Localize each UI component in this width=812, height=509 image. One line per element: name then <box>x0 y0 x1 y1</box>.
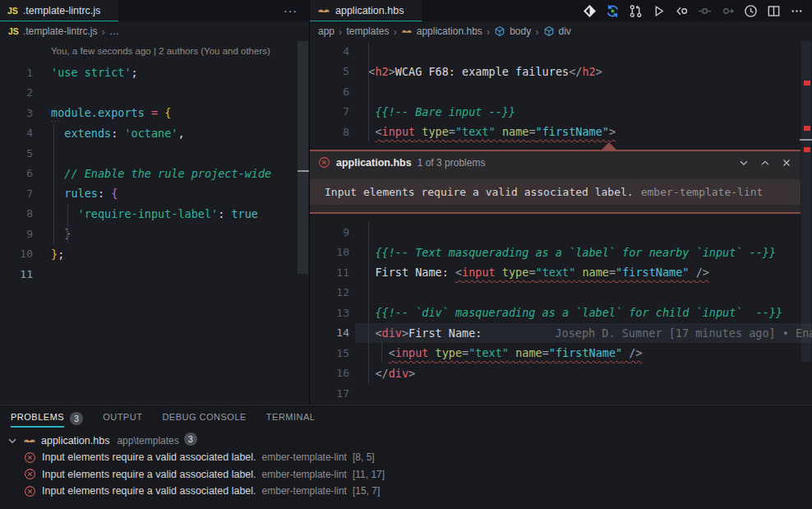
tabbar-left: JS .template-lintrc.js ··· <box>0 0 309 21</box>
problem-row[interactable]: Input elements require a valid associate… <box>0 483 812 500</box>
code-line-16[interactable]: 16 </div> <box>310 363 812 384</box>
line-number[interactable]: 1 <box>0 67 33 79</box>
breadcrumb-body[interactable]: body <box>510 25 531 37</box>
peek-problem-row[interactable]: Input elements require a valid associate… <box>310 179 800 205</box>
overview-cursor-line <box>298 170 309 172</box>
code-line-6[interactable]: 6 <box>310 81 812 102</box>
line-number[interactable]: 11 <box>0 268 33 280</box>
code-line-9[interactable]: 9 <box>310 222 812 243</box>
line-number[interactable]: 4 <box>310 45 349 58</box>
code-line-1[interactable]: 1'use strict'; <box>0 62 309 83</box>
handlebars-icon <box>23 434 36 447</box>
line-number[interactable]: 12 <box>310 286 349 298</box>
breadcrumb-file[interactable]: .template-lintrc.js <box>23 25 98 37</box>
problem-position: [11, 17] <box>353 469 385 480</box>
sync-icon[interactable] <box>606 4 620 18</box>
more-actions-icon[interactable] <box>790 4 804 18</box>
symbol-cube-icon <box>494 25 505 37</box>
code-line-4[interactable]: 4 <box>310 41 812 62</box>
line-number[interactable]: 10 <box>310 246 349 258</box>
code-line-14[interactable]: 14 <div>First Name:Joseph D. Sumner [17 … <box>310 323 812 344</box>
next-change-icon[interactable] <box>721 4 735 18</box>
line-number[interactable]: 9 <box>0 228 33 240</box>
line-number[interactable]: 16 <box>310 367 349 379</box>
problem-row[interactable]: Input elements require a valid associate… <box>0 449 812 466</box>
code-line-9[interactable]: 9 } <box>0 224 309 244</box>
line-number[interactable]: 9 <box>310 226 349 238</box>
tab-output[interactable]: OUTPUT <box>103 412 142 428</box>
problem-row[interactable]: Input elements require a valid associate… <box>0 466 812 484</box>
breadcrumb-file[interactable]: application.hbs <box>417 25 482 37</box>
code-line-7[interactable]: 7 {{!-- Bare input --}} <box>310 102 812 123</box>
line-number[interactable]: 17 <box>310 387 349 400</box>
code-line-17[interactable]: 17 <box>310 383 812 404</box>
code-line-5[interactable]: 5 <box>0 143 309 164</box>
open-changes-icon[interactable] <box>675 4 689 18</box>
breadcrumb-div[interactable]: div <box>559 25 571 37</box>
file-problems-badge: 3 <box>184 433 197 446</box>
code-line-10[interactable]: 10}; <box>0 244 309 265</box>
line-number[interactable]: 7 <box>310 105 349 118</box>
code-line-7[interactable]: 7 rules: { <box>0 183 309 204</box>
code-line-11[interactable]: 11 First Name: <input type="text" name="… <box>310 262 812 283</box>
code-line-15[interactable]: 15 <input type="text" name="firstName" /… <box>310 343 812 363</box>
line-number[interactable]: 11 <box>310 266 349 279</box>
code-line-4[interactable]: 4 extends: 'octane', <box>0 123 309 144</box>
problems-file-group[interactable]: application.hbs app\templates 3 <box>0 432 812 449</box>
code-line-12[interactable]: 12 <box>310 283 812 303</box>
line-number[interactable]: 7 <box>0 187 33 200</box>
line-number[interactable]: 8 <box>310 126 349 138</box>
code-line-6[interactable]: 6 // Enable the rule project-wide <box>0 164 309 184</box>
line-number[interactable]: 13 <box>310 307 349 319</box>
tab-template-lintrc[interactable]: JS .template-lintrc.js <box>0 0 118 21</box>
line-number[interactable]: 6 <box>0 167 33 179</box>
code-line-3[interactable]: 3module.exports = { <box>0 103 309 123</box>
line-number[interactable]: 14 <box>310 326 349 339</box>
line-number[interactable]: 5 <box>310 65 349 77</box>
run-icon[interactable] <box>652 4 666 18</box>
line-number[interactable]: 5 <box>0 147 33 160</box>
code-block-left: 1'use strict';23module.exports = {4 exte… <box>0 62 309 285</box>
breadcrumb-templates[interactable]: templates <box>346 25 389 37</box>
code-line-10[interactable]: 10 {{!-- Text masquerading as a `label` … <box>310 243 812 263</box>
line-number[interactable]: 2 <box>0 86 33 99</box>
previous-change-icon[interactable] <box>698 4 712 18</box>
tab-label: .template-lintrc.js <box>23 5 100 16</box>
editor-right[interactable]: 45 <h2>WCAG F68: example failures</h2>67… <box>310 41 812 405</box>
code-line-8[interactable]: 8 <input type="text" name="firstName"> <box>310 122 812 142</box>
close-icon[interactable] <box>781 157 792 169</box>
breadcrumb-app[interactable]: app <box>318 25 334 37</box>
chevron-up-icon[interactable] <box>759 157 771 169</box>
line-number[interactable]: 15 <box>310 347 349 359</box>
tab-debug-console[interactable]: DEBUG CONSOLE <box>162 412 246 428</box>
git-pull-request-icon[interactable] <box>629 4 643 18</box>
chevron-down-icon[interactable] <box>7 435 18 447</box>
editor-left[interactable]: You, a few seconds ago | 2 authors (You … <box>0 41 309 405</box>
line-number[interactable]: 10 <box>0 248 33 260</box>
problem-message: Input elements require a valid associate… <box>42 451 256 463</box>
scrollbar-vertical[interactable] <box>801 41 811 362</box>
vscode-window: JS .template-lintrc.js ··· JS .template-… <box>0 0 812 509</box>
code-line-13[interactable]: 13 {{!-- `div` masquerading as a `label`… <box>310 303 812 323</box>
history-icon[interactable] <box>744 4 758 18</box>
inline-dots-decoration: ··· <box>51 117 61 125</box>
chevron-right-icon: › <box>393 25 396 38</box>
chevron-down-icon[interactable] <box>738 157 750 169</box>
tab-terminal[interactable]: TERMINAL <box>266 412 316 428</box>
tab-actions-more-icon[interactable]: ··· <box>272 4 309 17</box>
line-number[interactable]: 4 <box>0 127 33 139</box>
split-editor-icon[interactable] <box>767 4 781 18</box>
scrollbar-vertical[interactable] <box>298 41 308 274</box>
code-line-11[interactable]: 11 <box>0 264 309 285</box>
breadcrumb-symbol[interactable]: … <box>109 25 120 37</box>
code-line-8[interactable]: 8 'require-input-label': true <box>0 204 309 224</box>
tab-problems[interactable]: PROBLEMS 3 <box>11 412 83 428</box>
line-number[interactable]: 6 <box>310 86 349 98</box>
line-number[interactable]: 3 <box>0 107 33 119</box>
line-number[interactable]: 8 <box>0 207 33 220</box>
codelens-blame[interactable]: You, a few seconds ago | 2 authors (You … <box>51 46 270 56</box>
tab-application-hbs[interactable]: application.hbs <box>310 0 422 21</box>
ember-diamond-icon[interactable] <box>583 4 597 18</box>
code-line-5[interactable]: 5 <h2>WCAG F68: example failures</h2> <box>310 62 812 82</box>
code-line-2[interactable]: 2 <box>0 83 309 104</box>
